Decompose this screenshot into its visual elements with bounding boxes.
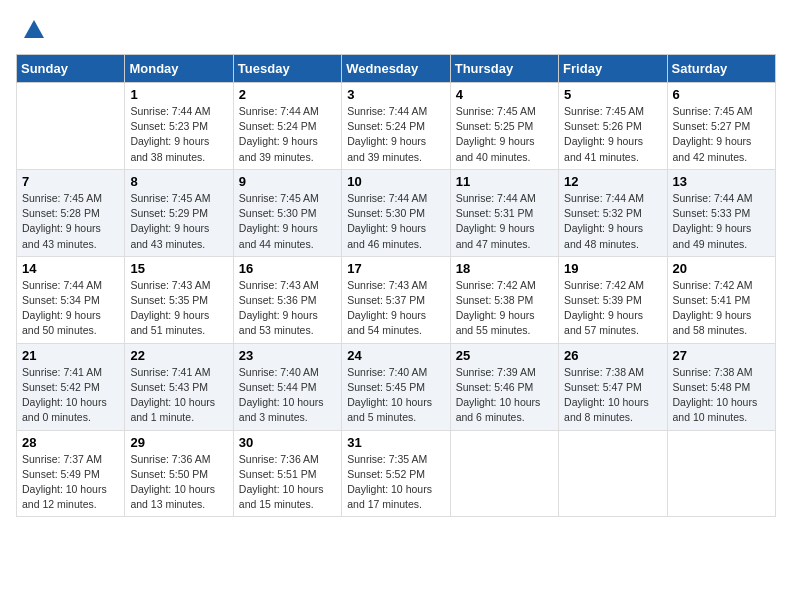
day-number: 29 — [130, 435, 227, 450]
day-info: Sunrise: 7:38 AMSunset: 5:48 PMDaylight:… — [673, 365, 770, 426]
weekday-header-monday: Monday — [125, 55, 233, 83]
day-info: Sunrise: 7:44 AMSunset: 5:24 PMDaylight:… — [239, 104, 336, 165]
day-number: 1 — [130, 87, 227, 102]
day-info: Sunrise: 7:45 AMSunset: 5:29 PMDaylight:… — [130, 191, 227, 252]
calendar-cell: 20Sunrise: 7:42 AMSunset: 5:41 PMDayligh… — [667, 256, 775, 343]
day-info: Sunrise: 7:45 AMSunset: 5:25 PMDaylight:… — [456, 104, 553, 165]
day-info: Sunrise: 7:37 AMSunset: 5:49 PMDaylight:… — [22, 452, 119, 513]
calendar-cell: 15Sunrise: 7:43 AMSunset: 5:35 PMDayligh… — [125, 256, 233, 343]
day-info: Sunrise: 7:43 AMSunset: 5:37 PMDaylight:… — [347, 278, 444, 339]
day-info: Sunrise: 7:44 AMSunset: 5:34 PMDaylight:… — [22, 278, 119, 339]
calendar-week-row: 14Sunrise: 7:44 AMSunset: 5:34 PMDayligh… — [17, 256, 776, 343]
day-number: 5 — [564, 87, 661, 102]
day-number: 17 — [347, 261, 444, 276]
calendar-cell: 28Sunrise: 7:37 AMSunset: 5:49 PMDayligh… — [17, 430, 125, 517]
day-info: Sunrise: 7:35 AMSunset: 5:52 PMDaylight:… — [347, 452, 444, 513]
day-number: 31 — [347, 435, 444, 450]
calendar-cell: 29Sunrise: 7:36 AMSunset: 5:50 PMDayligh… — [125, 430, 233, 517]
day-info: Sunrise: 7:36 AMSunset: 5:50 PMDaylight:… — [130, 452, 227, 513]
day-number: 20 — [673, 261, 770, 276]
weekday-header-friday: Friday — [559, 55, 667, 83]
calendar-cell: 13Sunrise: 7:44 AMSunset: 5:33 PMDayligh… — [667, 169, 775, 256]
day-number: 6 — [673, 87, 770, 102]
day-info: Sunrise: 7:41 AMSunset: 5:43 PMDaylight:… — [130, 365, 227, 426]
calendar-cell — [667, 430, 775, 517]
day-info: Sunrise: 7:38 AMSunset: 5:47 PMDaylight:… — [564, 365, 661, 426]
calendar-cell: 26Sunrise: 7:38 AMSunset: 5:47 PMDayligh… — [559, 343, 667, 430]
day-info: Sunrise: 7:44 AMSunset: 5:24 PMDaylight:… — [347, 104, 444, 165]
day-info: Sunrise: 7:36 AMSunset: 5:51 PMDaylight:… — [239, 452, 336, 513]
day-info: Sunrise: 7:41 AMSunset: 5:42 PMDaylight:… — [22, 365, 119, 426]
svg-marker-0 — [24, 20, 44, 38]
day-number: 18 — [456, 261, 553, 276]
calendar-cell: 16Sunrise: 7:43 AMSunset: 5:36 PMDayligh… — [233, 256, 341, 343]
day-number: 28 — [22, 435, 119, 450]
calendar-cell: 18Sunrise: 7:42 AMSunset: 5:38 PMDayligh… — [450, 256, 558, 343]
weekday-header-thursday: Thursday — [450, 55, 558, 83]
day-number: 9 — [239, 174, 336, 189]
day-info: Sunrise: 7:42 AMSunset: 5:39 PMDaylight:… — [564, 278, 661, 339]
calendar-week-row: 21Sunrise: 7:41 AMSunset: 5:42 PMDayligh… — [17, 343, 776, 430]
weekday-header-wednesday: Wednesday — [342, 55, 450, 83]
calendar-cell: 1Sunrise: 7:44 AMSunset: 5:23 PMDaylight… — [125, 83, 233, 170]
calendar-cell: 11Sunrise: 7:44 AMSunset: 5:31 PMDayligh… — [450, 169, 558, 256]
day-info: Sunrise: 7:45 AMSunset: 5:28 PMDaylight:… — [22, 191, 119, 252]
calendar-cell: 10Sunrise: 7:44 AMSunset: 5:30 PMDayligh… — [342, 169, 450, 256]
calendar-cell: 3Sunrise: 7:44 AMSunset: 5:24 PMDaylight… — [342, 83, 450, 170]
calendar-cell: 7Sunrise: 7:45 AMSunset: 5:28 PMDaylight… — [17, 169, 125, 256]
day-info: Sunrise: 7:44 AMSunset: 5:32 PMDaylight:… — [564, 191, 661, 252]
day-number: 24 — [347, 348, 444, 363]
calendar-cell: 19Sunrise: 7:42 AMSunset: 5:39 PMDayligh… — [559, 256, 667, 343]
day-number: 26 — [564, 348, 661, 363]
day-number: 7 — [22, 174, 119, 189]
day-number: 22 — [130, 348, 227, 363]
calendar-cell — [450, 430, 558, 517]
day-info: Sunrise: 7:45 AMSunset: 5:27 PMDaylight:… — [673, 104, 770, 165]
calendar-cell: 14Sunrise: 7:44 AMSunset: 5:34 PMDayligh… — [17, 256, 125, 343]
day-info: Sunrise: 7:44 AMSunset: 5:31 PMDaylight:… — [456, 191, 553, 252]
weekday-header-row: SundayMondayTuesdayWednesdayThursdayFrid… — [17, 55, 776, 83]
day-info: Sunrise: 7:45 AMSunset: 5:26 PMDaylight:… — [564, 104, 661, 165]
calendar-cell: 21Sunrise: 7:41 AMSunset: 5:42 PMDayligh… — [17, 343, 125, 430]
day-info: Sunrise: 7:44 AMSunset: 5:23 PMDaylight:… — [130, 104, 227, 165]
day-number: 3 — [347, 87, 444, 102]
calendar-cell: 25Sunrise: 7:39 AMSunset: 5:46 PMDayligh… — [450, 343, 558, 430]
day-info: Sunrise: 7:42 AMSunset: 5:41 PMDaylight:… — [673, 278, 770, 339]
day-number: 15 — [130, 261, 227, 276]
day-number: 12 — [564, 174, 661, 189]
calendar-cell: 8Sunrise: 7:45 AMSunset: 5:29 PMDaylight… — [125, 169, 233, 256]
calendar-table: SundayMondayTuesdayWednesdayThursdayFrid… — [16, 54, 776, 517]
calendar-cell: 24Sunrise: 7:40 AMSunset: 5:45 PMDayligh… — [342, 343, 450, 430]
logo-icon — [20, 16, 48, 44]
day-number: 13 — [673, 174, 770, 189]
calendar-week-row: 28Sunrise: 7:37 AMSunset: 5:49 PMDayligh… — [17, 430, 776, 517]
calendar-cell: 17Sunrise: 7:43 AMSunset: 5:37 PMDayligh… — [342, 256, 450, 343]
day-number: 23 — [239, 348, 336, 363]
page-header — [16, 16, 776, 44]
day-number: 11 — [456, 174, 553, 189]
calendar-cell: 9Sunrise: 7:45 AMSunset: 5:30 PMDaylight… — [233, 169, 341, 256]
day-number: 21 — [22, 348, 119, 363]
day-info: Sunrise: 7:44 AMSunset: 5:33 PMDaylight:… — [673, 191, 770, 252]
day-number: 25 — [456, 348, 553, 363]
day-info: Sunrise: 7:40 AMSunset: 5:45 PMDaylight:… — [347, 365, 444, 426]
calendar-cell: 12Sunrise: 7:44 AMSunset: 5:32 PMDayligh… — [559, 169, 667, 256]
calendar-cell: 2Sunrise: 7:44 AMSunset: 5:24 PMDaylight… — [233, 83, 341, 170]
calendar-week-row: 7Sunrise: 7:45 AMSunset: 5:28 PMDaylight… — [17, 169, 776, 256]
day-info: Sunrise: 7:42 AMSunset: 5:38 PMDaylight:… — [456, 278, 553, 339]
calendar-cell: 4Sunrise: 7:45 AMSunset: 5:25 PMDaylight… — [450, 83, 558, 170]
calendar-cell: 30Sunrise: 7:36 AMSunset: 5:51 PMDayligh… — [233, 430, 341, 517]
calendar-cell: 31Sunrise: 7:35 AMSunset: 5:52 PMDayligh… — [342, 430, 450, 517]
day-info: Sunrise: 7:45 AMSunset: 5:30 PMDaylight:… — [239, 191, 336, 252]
weekday-header-tuesday: Tuesday — [233, 55, 341, 83]
calendar-cell: 23Sunrise: 7:40 AMSunset: 5:44 PMDayligh… — [233, 343, 341, 430]
day-info: Sunrise: 7:44 AMSunset: 5:30 PMDaylight:… — [347, 191, 444, 252]
logo — [16, 16, 48, 44]
day-number: 27 — [673, 348, 770, 363]
day-number: 2 — [239, 87, 336, 102]
day-info: Sunrise: 7:40 AMSunset: 5:44 PMDaylight:… — [239, 365, 336, 426]
day-number: 30 — [239, 435, 336, 450]
day-number: 14 — [22, 261, 119, 276]
weekday-header-sunday: Sunday — [17, 55, 125, 83]
day-info: Sunrise: 7:43 AMSunset: 5:35 PMDaylight:… — [130, 278, 227, 339]
